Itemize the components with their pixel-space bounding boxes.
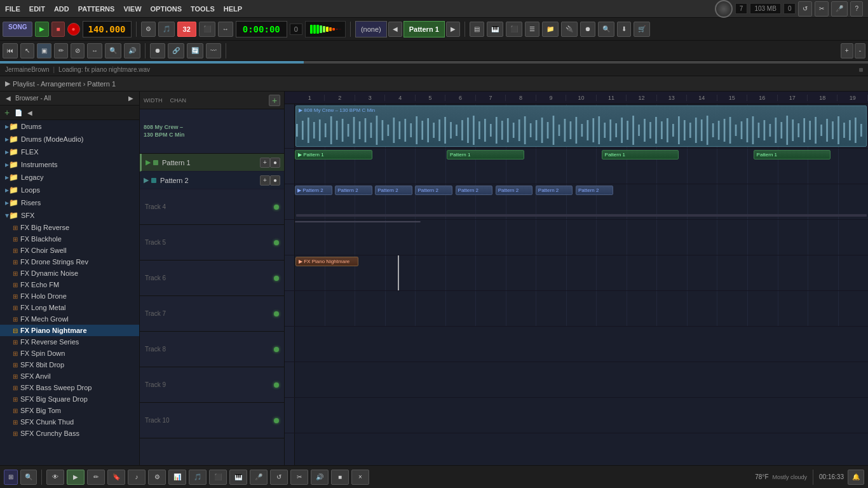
sidebar-item-fx-long-metal[interactable]: ⊞ FX Long Metal (0, 302, 139, 313)
filter-button[interactable]: 🔍 (598, 22, 614, 37)
sidebar-item-sfx-big-square[interactable]: ⊞ SFX Big Square Drop (0, 393, 139, 405)
sidebar-item-fx-blackhole[interactable]: ⊞ FX Blackhole (0, 233, 139, 245)
mic-button[interactable]: 🎤 (831, 1, 848, 17)
sidebar-item-sfx-8bit-drop[interactable]: ⊞ SFX 8bit Drop (0, 359, 139, 370)
sidebar-item-fx-reverse-series[interactable]: ⊞ FX Reverse Series (0, 336, 139, 348)
stop-button[interactable]: ■ (51, 22, 64, 37)
taskbar-app3[interactable]: ✏ (87, 470, 105, 485)
menu-file[interactable]: FILE (5, 5, 20, 13)
record-button2[interactable]: ⏺ (580, 22, 595, 37)
p1-block-4[interactable]: Pattern 1 (754, 150, 831, 159)
zoom-out-button[interactable]: - (855, 43, 865, 58)
p2-block-3[interactable]: Pattern 2 (375, 186, 412, 195)
plugin-picker-button[interactable]: 🔌 (561, 22, 578, 37)
fx-block[interactable]: ▶ FX Piano Nightmare (295, 257, 358, 266)
sidebar-forward-button[interactable]: ▶ (126, 94, 135, 102)
track4-grid[interactable] (295, 220, 868, 255)
sidebar-file-button[interactable]: 📄 (13, 109, 24, 117)
track8-grid[interactable] (295, 362, 868, 397)
taskbar-start-button[interactable]: ⊞ (4, 470, 18, 485)
taskbar-app2[interactable]: ▶ (67, 470, 85, 485)
track5-grid[interactable]: ▶ FX Piano Nightmare (295, 255, 868, 290)
sidebar-item-sfx-crunchy-bass[interactable]: ⊞ SFX Crunchy Bass (0, 428, 139, 439)
sidebar-item-fx-piano-nightmare[interactable]: ⊟ FX Piano Nightmare (0, 325, 139, 336)
sidebar-item-sfx[interactable]: ▾📁 SFX (0, 209, 139, 222)
track7-grid[interactable] (295, 327, 868, 362)
sidebar-nav-button[interactable]: ◀ (25, 109, 34, 117)
sidebar-item-fx-drone-strings[interactable]: ⊞ FX Drone Strings Rev (0, 256, 139, 268)
collapse-button[interactable] (859, 68, 863, 72)
pt-loop[interactable]: 🔄 (187, 43, 203, 58)
p2-block-2[interactable]: Pattern 2 (335, 186, 372, 195)
channel-rack-button[interactable]: ☰ (525, 22, 539, 37)
track3-grid[interactable]: ▶ Pattern 2 Pattern 2 Pattern 2 Pattern … (295, 184, 868, 219)
pt-record[interactable]: ⏺ (150, 43, 165, 58)
track2-grid[interactable]: ▶ Pattern 1 Pattern 1 Pattern 1 Pattern … (295, 149, 868, 184)
taskbar-app16[interactable]: × (351, 470, 369, 485)
p2-block-6[interactable]: Pattern 2 (496, 186, 533, 195)
taskbar-app8[interactable]: 🎵 (189, 470, 207, 485)
sidebar-item-legacy[interactable]: ▸📁 Legacy (0, 171, 139, 184)
sidebar-item-fx-spin-down[interactable]: ⊞ FX Spin Down (0, 348, 139, 359)
sidebar-back-button[interactable]: ◀ (4, 94, 13, 102)
taskbar-app14[interactable]: 🔊 (311, 470, 329, 485)
taskbar-app6[interactable]: ⚙ (148, 470, 166, 485)
taskbar-app12[interactable]: ↺ (270, 470, 288, 485)
sidebar-item-instruments[interactable]: ▸📁 Instruments (0, 158, 139, 171)
p1-block-3[interactable]: Pattern 1 (602, 150, 679, 159)
p2-block-7[interactable]: Pattern 2 (536, 186, 573, 195)
sidebar-item-sfx-anvil[interactable]: ⊞ SFX Anvil (0, 370, 139, 382)
sidebar-item-sfx-chunk-thud[interactable]: ⊞ SFX Chunk Thud (0, 416, 139, 428)
cart-button[interactable]: 🛒 (634, 22, 650, 37)
taskbar-search-button[interactable]: 🔍 (20, 470, 37, 485)
menu-options[interactable]: OPTIONS (151, 5, 182, 13)
p2-block-4[interactable]: Pattern 2 (415, 186, 452, 195)
audio-block-main[interactable]: ▶ 808 My Crew – 130 BPM C Min (295, 105, 867, 147)
p2-block-1[interactable]: ▶ Pattern 2 (295, 186, 332, 195)
sidebar-item-sfx-bass-sweep[interactable]: ⊞ SFX Bass Sweep Drop (0, 382, 139, 393)
toolbar-icon3[interactable]: ⬛ (199, 22, 215, 37)
mixer-button[interactable]: ▤ (470, 22, 484, 37)
taskbar-app1[interactable]: 👁 (46, 470, 64, 485)
pattern-add-button[interactable]: + (269, 95, 280, 106)
toolbar-knob[interactable] (715, 0, 733, 18)
taskbar-app9[interactable]: ⬛ (209, 470, 227, 485)
scissors-button[interactable]: ✂ (815, 1, 829, 17)
menu-patterns[interactable]: PATTERNS (78, 5, 115, 13)
bpm-display[interactable]: 140.000 (83, 21, 132, 37)
track10-grid[interactable] (295, 433, 868, 465)
menu-edit[interactable]: EDIT (29, 5, 45, 13)
pt-link[interactable]: 🔗 (168, 43, 184, 58)
p1-block-1[interactable]: ▶ Pattern 1 (295, 150, 372, 159)
pattern2-add[interactable]: + (260, 175, 270, 186)
taskbar-app10[interactable]: 🎹 (229, 470, 247, 485)
piano-roll-button[interactable]: 🎹 (487, 22, 503, 37)
pattern1-list-item[interactable]: ▶ Pattern 1 + ● (140, 154, 284, 172)
toolbar-icon4[interactable]: ↔ (218, 22, 233, 37)
sidebar-item-fx-dynamic-noise[interactable]: ⊞ FX Dynamic Noise (0, 268, 139, 279)
pt-slip[interactable]: ↔ (87, 43, 102, 58)
pattern-next-button[interactable]: ▶ (446, 22, 460, 37)
taskbar-app15[interactable]: ■ (331, 470, 349, 485)
sidebar-item-fx-choir-swell[interactable]: ⊞ FX Choir Swell (0, 245, 139, 256)
taskbar-app11[interactable]: 🎤 (250, 470, 268, 485)
sidebar-item-drums[interactable]: ▸📁 Drums (0, 120, 139, 133)
pt-cursor[interactable]: ↖ (20, 43, 34, 58)
menu-add[interactable]: ADD (54, 5, 69, 13)
pattern1-add[interactable]: + (260, 158, 270, 168)
sidebar-item-fx-big-reverse[interactable]: ⊞ FX Big Reverse (0, 222, 139, 233)
sidebar-item-fx-mech-growl[interactable]: ⊞ FX Mech Growl (0, 313, 139, 325)
sidebar-item-risers[interactable]: ▸📁 Risers (0, 196, 139, 209)
help-button[interactable]: ? (850, 1, 863, 17)
p1-block-2[interactable]: Pattern 1 (447, 150, 524, 159)
pt-zoom[interactable]: 🔍 (105, 43, 121, 58)
tracks-scrollable[interactable]: ▶ 808 My Crew – 130 BPM C Min (285, 104, 868, 465)
p2-block-5[interactable]: Pattern 2 (456, 186, 493, 195)
pt-speaker[interactable]: 🔊 (124, 43, 140, 58)
track9-grid[interactable] (295, 398, 868, 433)
pattern1-mute[interactable]: ● (270, 158, 280, 168)
play-button[interactable]: ▶ (35, 22, 49, 37)
sidebar-item-flex[interactable]: ▸📁 FLEX (0, 146, 139, 158)
pattern2-list-item[interactable]: ▶ Pattern 2 + ● (140, 172, 284, 189)
pt-rewind[interactable]: ⏮ (3, 43, 18, 58)
